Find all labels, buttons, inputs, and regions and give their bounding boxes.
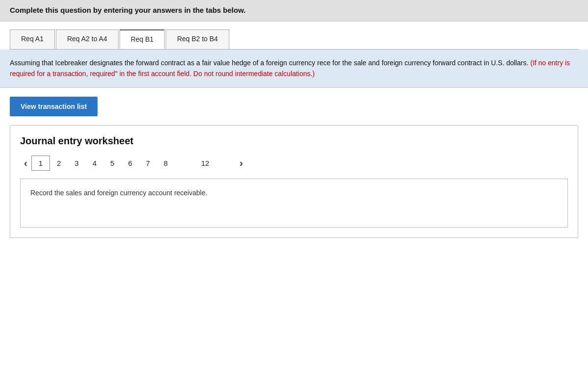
next-page-button[interactable]: ›: [236, 156, 247, 171]
page-12-button[interactable]: 12: [194, 156, 216, 170]
view-transaction-list-button[interactable]: View transaction list: [10, 97, 98, 116]
page-navigation: ‹ 1 2 3 4 5 6 7 8 12 ›: [20, 156, 568, 171]
instruction-box: Assuming that Icebreaker designates the …: [0, 50, 588, 88]
page-1-button[interactable]: 1: [31, 156, 50, 171]
tab-req-a1[interactable]: Req A1: [10, 29, 55, 49]
instruction-main-text: Assuming that Icebreaker designates the …: [10, 59, 530, 67]
page-8-button[interactable]: 8: [157, 156, 174, 170]
page-3-button[interactable]: 3: [68, 156, 85, 170]
prev-page-button[interactable]: ‹: [20, 156, 31, 171]
page-4-button[interactable]: 4: [86, 156, 103, 170]
record-text: Record the sales and foreign currency ac…: [30, 189, 207, 197]
tab-req-b2-b4[interactable]: Req B2 to B4: [166, 29, 229, 49]
worksheet-container: Journal entry worksheet ‹ 1 2 3 4 5 6 7 …: [10, 125, 578, 238]
page-6-button[interactable]: 6: [121, 156, 139, 170]
record-box: Record the sales and foreign currency ac…: [20, 179, 568, 228]
tab-req-b1[interactable]: Req B1: [120, 29, 165, 49]
tabs-row: Req A1 Req A2 to A4 Req B1 Req B2 to B4: [0, 22, 588, 49]
page-5-button[interactable]: 5: [103, 156, 121, 170]
header-bar: Complete this question by entering your …: [0, 0, 588, 22]
page-2-button[interactable]: 2: [50, 156, 68, 170]
view-button-row: View transaction list: [0, 88, 588, 125]
worksheet-title: Journal entry worksheet: [20, 135, 568, 147]
tab-req-a2-a4[interactable]: Req A2 to A4: [56, 29, 119, 49]
header-instruction: Complete this question by entering your …: [10, 6, 578, 14]
page-7-button[interactable]: 7: [139, 156, 157, 170]
